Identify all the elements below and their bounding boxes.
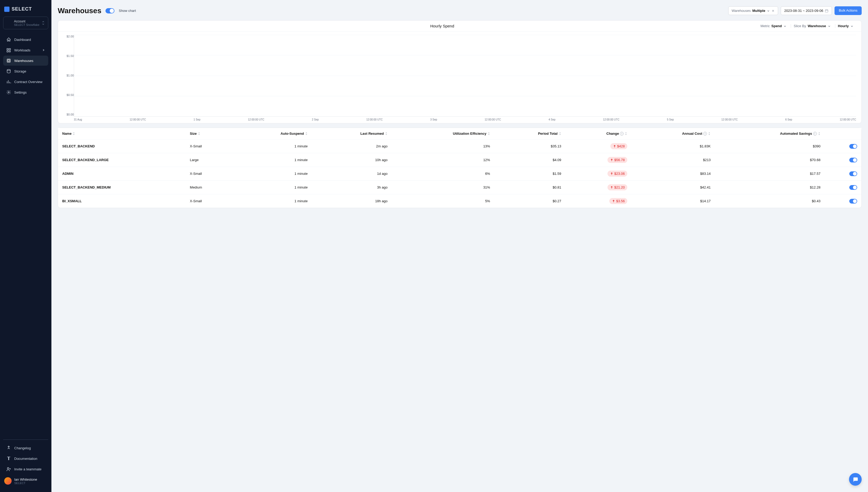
x-axis: 31 Aug12:00:00 UTC1 Sep12:00:00 UTC2 Sep…: [74, 117, 856, 121]
cell-size: Medium: [185, 180, 232, 194]
x-tick: 6 Sep: [785, 118, 792, 121]
cell-period-total: $1.59: [494, 167, 566, 180]
col-header-automated-savings[interactable]: Automated Savingsi: [715, 128, 824, 140]
cell-annual-cost: $14.17: [631, 194, 715, 208]
account-sub: SELECT Snowflake: [14, 23, 40, 26]
arrow-up-icon: [610, 172, 613, 175]
sidebar-item-contract-overview[interactable]: Contract Overview: [3, 77, 48, 87]
settings-icon: [6, 90, 11, 95]
col-header-size[interactable]: Size: [185, 128, 232, 140]
chart-bars: [74, 35, 856, 117]
date-range-picker[interactable]: 2023-08-31 ~ 2023-09-06: [781, 6, 832, 15]
cell-last-resumed: 3h ago: [312, 180, 392, 194]
row-toggle[interactable]: [849, 171, 857, 176]
sidebar-item-dashboard[interactable]: Dashboard: [3, 34, 48, 45]
sidebar-item-workloads[interactable]: Workloads: [3, 45, 48, 55]
cell-savings: $70.68: [715, 153, 824, 167]
chat-fab[interactable]: [849, 473, 862, 486]
table-row[interactable]: SELECT_BACKEND_MEDIUM Medium 1 minute 3h…: [58, 180, 861, 194]
chevron-right-icon: [42, 49, 45, 52]
cell-change: $56.78: [566, 153, 632, 167]
x-tick: 12:00:00 UTC: [721, 118, 738, 121]
col-header-utilization-efficiency[interactable]: Utilization Efficiency: [392, 128, 494, 140]
bottom-nav-changelog[interactable]: Changelog: [3, 443, 48, 453]
cell-savings: $12.28: [715, 180, 824, 194]
col-header-annual-cost[interactable]: Annual Costi: [631, 128, 715, 140]
col-header-auto-suspend[interactable]: Auto-Suspend: [232, 128, 312, 140]
logo[interactable]: SELECT: [3, 5, 48, 17]
cell-auto-suspend: 1 minute: [232, 153, 312, 167]
y-tick: $1.00: [63, 74, 74, 77]
y-tick: $0.00: [63, 113, 74, 116]
sort-icon: [198, 132, 200, 135]
x-tick: 4 Sep: [549, 118, 555, 121]
table-row[interactable]: SELECT_BACKEND_LARGE Large 1 minute 10h …: [58, 153, 861, 167]
sort-icon: [385, 132, 388, 135]
x-tick: 5 Sep: [667, 118, 674, 121]
y-axis: $2.00$1.50$1.00$0.50$0.00: [63, 35, 74, 117]
sort-icon: [488, 132, 490, 135]
row-toggle[interactable]: [849, 199, 857, 203]
cell-change: $428: [566, 140, 632, 153]
arrow-up-icon: [613, 145, 616, 148]
row-toggle[interactable]: [849, 158, 857, 163]
x-tick: 1 Sep: [194, 118, 200, 121]
chart-body: $2.00$1.50$1.00$0.50$0.00 31 Aug12:00:00…: [58, 32, 861, 123]
bulk-actions-button[interactable]: Bulk Actions: [835, 6, 862, 15]
cell-last-resumed: 1d ago: [312, 167, 392, 180]
col-header-name[interactable]: Name: [58, 128, 185, 140]
cell-annual-cost: $1.83K: [631, 140, 715, 153]
row-toggle[interactable]: [849, 144, 857, 149]
nav-label: Contract Overview: [14, 80, 43, 84]
x-tick: 12:00:00 UTC: [129, 118, 146, 121]
table-row[interactable]: ADMIN X-Small 1 minute 1d ago 6% $1.59 $…: [58, 167, 861, 180]
bottom-nav-documentation[interactable]: Documentation: [3, 453, 48, 464]
cell-last-resumed: 10h ago: [312, 153, 392, 167]
sidebar-item-storage[interactable]: Storage: [3, 66, 48, 76]
arrow-up-icon: [610, 186, 613, 189]
col-header-period-total[interactable]: Period Total: [494, 128, 566, 140]
warehouse-filter[interactable]: Warehouses Multiple: [728, 6, 778, 15]
table-row[interactable]: BI_XSMALL X-Small 1 minute 18h ago 5% $0…: [58, 194, 861, 208]
col-header-change[interactable]: Changei: [566, 128, 632, 140]
show-chart-toggle[interactable]: [105, 8, 115, 14]
table-row[interactable]: SELECT_BACKEND X-Small 1 minute 2m ago 1…: [58, 140, 861, 153]
svg-rect-4: [7, 59, 10, 62]
chart-card: Hourly Spend Metric Spend Slice By Wareh…: [58, 20, 862, 123]
cell-last-resumed: 18h ago: [312, 194, 392, 208]
user-profile[interactable]: Ian Whitestone SELECT: [3, 475, 48, 487]
cell-name: SELECT_BACKEND_LARGE: [58, 153, 185, 167]
sidebar-item-warehouses[interactable]: Warehouses: [3, 56, 48, 66]
cell-annual-cost: $213: [631, 153, 715, 167]
row-toggle[interactable]: [849, 185, 857, 190]
bottom-nav-invite-a-teammate[interactable]: Invite a teammate: [3, 464, 48, 474]
interval-selector[interactable]: Hourly: [835, 24, 856, 28]
account-selector[interactable]: Account SELECT Snowflake: [3, 17, 48, 29]
warehouse-table: NameSizeAuto-SuspendLast ResumedUtilizat…: [58, 128, 861, 208]
cell-utilization: 5%: [392, 194, 494, 208]
show-chart-label: Show chart: [119, 9, 136, 13]
x-tick: 2 Sep: [312, 118, 319, 121]
cell-period-total: $35.13: [494, 140, 566, 153]
cell-utilization: 12%: [392, 153, 494, 167]
clear-icon[interactable]: [771, 9, 775, 13]
arrow-up-icon: [610, 158, 613, 162]
col-header-last-resumed[interactable]: Last Resumed: [312, 128, 392, 140]
logo-icon: [4, 7, 9, 12]
sort-icon: [73, 132, 75, 135]
cell-utilization: 6%: [392, 167, 494, 180]
sort-icon: [305, 132, 308, 135]
cell-auto-suspend: 1 minute: [232, 140, 312, 153]
avatar: [4, 477, 11, 485]
sidebar-item-settings[interactable]: Settings: [3, 87, 48, 97]
cell-size: X-Small: [185, 167, 232, 180]
metric-selector[interactable]: Metric Spend: [758, 24, 789, 28]
cell-auto-suspend: 1 minute: [232, 194, 312, 208]
cell-period-total: $0.81: [494, 180, 566, 194]
slice-by-selector[interactable]: Slice By Warehouse: [791, 24, 834, 28]
cell-utilization: 31%: [392, 180, 494, 194]
cell-name: SELECT_BACKEND: [58, 140, 185, 153]
sort-icon: [708, 132, 711, 135]
cell-size: X-Small: [185, 140, 232, 153]
chart-header: Hourly Spend Metric Spend Slice By Wareh…: [58, 21, 861, 32]
